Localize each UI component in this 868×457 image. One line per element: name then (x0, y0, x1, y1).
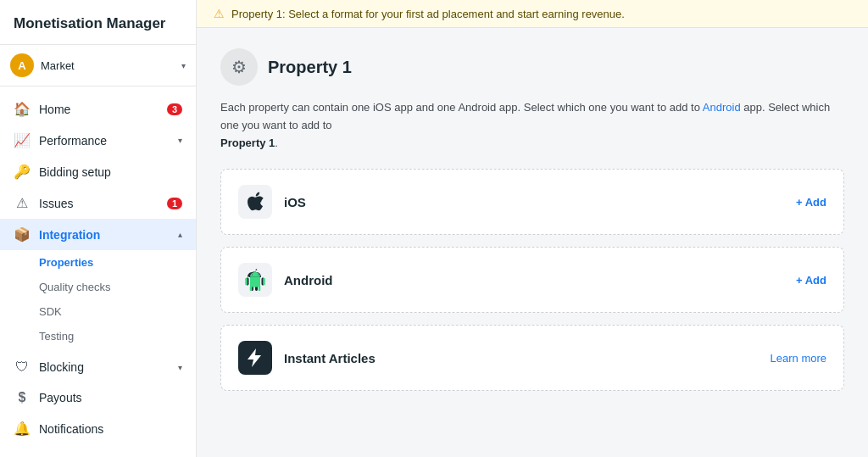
sidebar-item-quality-checks[interactable]: Quality checks (0, 275, 196, 299)
instant-articles-card: Instant Articles Learn more (220, 325, 844, 391)
instant-articles-logo (238, 341, 272, 375)
issues-icon: ⚠ (14, 195, 31, 211)
issues-badge: 1 (167, 198, 182, 209)
integration-sub-nav: Properties Quality checks SDK Testing (0, 250, 196, 352)
sidebar-item-issues[interactable]: ⚠ Issues 1 (0, 187, 196, 219)
chevron-icon: ▾ (178, 363, 182, 372)
android-card: Android + Add (220, 247, 844, 313)
property-title: Property 1 (268, 58, 352, 77)
app-title: Monetisation Manager (0, 0, 196, 45)
sidebar-item-testing[interactable]: Testing (0, 324, 196, 348)
android-add-button[interactable]: + Add (796, 274, 826, 287)
instant-articles-learn-button[interactable]: Learn more (771, 352, 826, 365)
content-area: ⚙ Property 1 Each property can contain o… (197, 28, 868, 423)
sidebar-item-label: Blocking (39, 360, 170, 374)
chevron-icon: ▾ (178, 136, 182, 145)
sidebar-item-performance[interactable]: 📈 Performance ▾ (0, 125, 196, 156)
payouts-icon: $ (14, 390, 31, 405)
integration-icon: 📦 (14, 226, 31, 242)
properties-label: Properties (39, 256, 93, 269)
main-content: ⚠ Property 1: Select a format for your f… (197, 0, 868, 457)
ios-logo (238, 185, 272, 219)
chevron-icon: ▴ (178, 230, 182, 239)
sidebar-item-integration[interactable]: 📦 Integration ▴ (0, 219, 196, 250)
performance-icon: 📈 (14, 132, 31, 148)
alert-text: Property 1: Select a format for your fir… (231, 8, 625, 20)
chevron-down-icon: ▾ (181, 61, 186, 70)
sidebar-item-blocking[interactable]: 🛡 Blocking ▾ (0, 352, 196, 382)
instant-articles-name: Instant Articles (284, 351, 759, 365)
sidebar-item-label: Performance (39, 134, 170, 148)
sidebar-item-bidding[interactable]: 🔑 Bidding setup (0, 156, 196, 187)
ios-name: iOS (284, 195, 784, 209)
sidebar-item-label: Home (39, 103, 159, 116)
home-icon: 🏠 (14, 101, 31, 117)
market-selector[interactable]: A Market ▾ (0, 45, 196, 86)
sidebar-item-label: Bidding setup (39, 165, 182, 179)
sidebar-item-label: Payouts (39, 391, 182, 404)
sidebar-item-notifications[interactable]: 🔔 Notifications (0, 413, 196, 444)
property-icon: ⚙ (220, 48, 258, 86)
sdk-label: SDK (39, 305, 62, 318)
nav-items: 🏠 Home 3 📈 Performance ▾ 🔑 Bidding setup… (0, 86, 196, 457)
gear-icon: ⚙ (231, 57, 247, 77)
home-badge: 3 (167, 103, 182, 115)
ios-card: iOS + Add (220, 169, 844, 235)
blocking-icon: 🛡 (14, 359, 31, 375)
property-name-bold: Property 1 (220, 137, 275, 149)
bidding-icon: 🔑 (14, 164, 31, 180)
sidebar-item-label: Integration (39, 228, 170, 242)
android-logo (238, 263, 272, 297)
quality-checks-label: Quality checks (39, 281, 111, 293)
property-description: Each property can contain one iOS app an… (220, 99, 844, 152)
avatar: A (10, 53, 34, 77)
sidebar-item-sdk[interactable]: SDK (0, 299, 196, 324)
property-header: ⚙ Property 1 (220, 48, 844, 86)
testing-label: Testing (39, 330, 74, 343)
alert-bar: ⚠ Property 1: Select a format for your f… (197, 0, 868, 28)
android-icon (245, 269, 265, 291)
android-link[interactable]: Android (703, 101, 741, 114)
android-name: Android (284, 273, 784, 287)
sidebar-item-home[interactable]: 🏠 Home 3 (0, 93, 196, 125)
ios-add-button[interactable]: + Add (796, 196, 826, 209)
sidebar-item-properties[interactable]: Properties (0, 250, 196, 275)
market-label: Market (41, 59, 175, 72)
sidebar: Monetisation Manager A Market ▾ 🏠 Home 3… (0, 0, 197, 457)
bolt-icon (248, 348, 263, 367)
sidebar-item-label: Notifications (39, 422, 182, 436)
svg-rect-2 (250, 277, 260, 287)
apple-icon (246, 191, 264, 213)
notifications-icon: 🔔 (14, 421, 31, 437)
sidebar-item-payouts[interactable]: $ Payouts (0, 382, 196, 413)
sidebar-item-label: Issues (39, 197, 159, 210)
alert-icon: ⚠ (214, 7, 225, 20)
desc-text-before: Each property can contain one iOS app an… (220, 101, 700, 114)
